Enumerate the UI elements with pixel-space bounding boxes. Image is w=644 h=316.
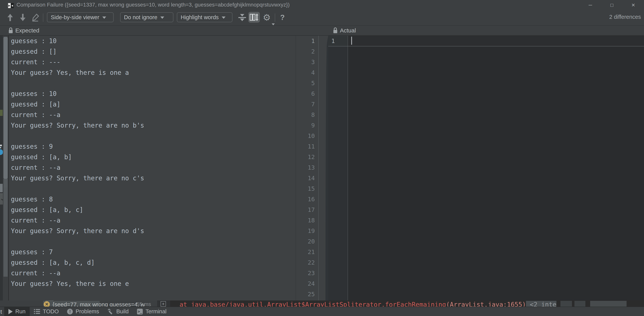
code-line: Your guess? Sorry, there are no b's (9, 120, 296, 131)
background-fragment-chevron: ⌄ (0, 193, 3, 205)
close-button[interactable]: ✕ (622, 0, 644, 9)
line-number: 10 (296, 131, 318, 141)
help-button[interactable]: ? (278, 9, 288, 26)
background-run-panel-row: ✕ {seed=77, max wrong guesses=4, w 55 ms… (0, 300, 644, 306)
expected-line-number-gutter: 1234567891011121314151617181920212223242… (296, 36, 319, 300)
line-number: 5 (296, 78, 318, 88)
line-number: 9 (296, 120, 318, 131)
code-line: guessed : [a, b] (9, 152, 296, 162)
background-fragment (0, 184, 3, 192)
viewer-mode-label: Side-by-side viewer (51, 14, 99, 21)
highlight-mode-dropdown[interactable]: Highlight words (177, 12, 232, 22)
toolwindow-tab-todo[interactable]: TODO (30, 307, 63, 316)
test-failed-icon: ✕ (44, 301, 50, 306)
diff-toolbar: Side-by-side viewer Do not ignore Highli… (0, 9, 644, 26)
help-icon: ? (280, 14, 284, 22)
line-number: 22 (296, 257, 318, 268)
actual-current-line (348, 36, 644, 46)
previous-difference-button[interactable] (6, 9, 14, 26)
line-number: 24 (296, 278, 318, 289)
whitespace-policy-dropdown[interactable]: Do not ignore (120, 12, 174, 22)
line-number: 14 (296, 173, 318, 184)
background-fragment (0, 145, 2, 146)
toolbar-separator (275, 14, 275, 22)
tab-label: Run (15, 308, 26, 315)
settings-button[interactable]: ⚙ (261, 9, 272, 26)
background-fragment (560, 301, 572, 306)
diff-window-icon (8, 3, 14, 8)
line-number: 19 (296, 226, 318, 236)
code-line: current : --a (9, 110, 296, 120)
actual-editor[interactable] (348, 36, 644, 300)
toolwindow-tab-build[interactable]: Build (103, 307, 133, 316)
code-line (9, 78, 296, 88)
toolwindow-tab-terminal[interactable]: >_ Terminal (133, 307, 171, 316)
synchronize-scrolling-button[interactable] (248, 12, 260, 23)
console-output: at java.base/java.util.ArrayList$ArrayLi… (170, 300, 644, 306)
toolwindow-tab-problems[interactable]: ! Problems (63, 307, 103, 316)
toolbar-separator (43, 14, 43, 22)
code-line (9, 184, 296, 194)
differences-count: 2 differences (609, 14, 641, 20)
actual-pane-title: Actual (340, 27, 356, 34)
folded-lines-hint[interactable]: <2 inte (526, 301, 556, 306)
toolwindow-tab-run[interactable]: Run (4, 307, 30, 316)
expected-pane-title: Expected (15, 27, 39, 34)
collapse-unchanged-icon (238, 14, 246, 21)
window-controls: — ☐ ✕ (580, 0, 644, 9)
code-line: guesses : 7 (9, 247, 296, 257)
statusbar-git-fragment: t (0, 308, 2, 315)
expected-pane-header: Expected (8, 26, 39, 35)
scrollbar-thumb[interactable] (4, 37, 8, 179)
line-number: 16 (296, 194, 318, 205)
title-bar[interactable]: Comparison Failure ({seed=1337, max wron… (0, 0, 644, 9)
code-line: Your guess? Yes, there is one a (9, 67, 296, 78)
line-number: 1 (296, 36, 318, 46)
viewer-mode-dropdown[interactable]: Side-by-side viewer (47, 12, 114, 22)
background-ide-edge-strip: ⌄ (0, 36, 3, 300)
background-fragment (0, 110, 3, 116)
line-number: 13 (296, 162, 318, 173)
run-icon (8, 309, 13, 314)
stack-trace-text: at java.base/java.util.ArrayList$ArrayLi… (180, 301, 446, 306)
build-hammer-icon (108, 308, 114, 315)
diff-split-divider[interactable] (319, 36, 328, 300)
tab-label: Problems (76, 308, 99, 315)
edit-source-button[interactable] (31, 9, 40, 26)
code-line (9, 131, 296, 141)
code-line: guessed : [a] (9, 99, 296, 110)
expand-icon[interactable]: + (160, 301, 166, 306)
expected-code-lines: guesses : 10guessed : []current : ---You… (9, 36, 296, 299)
line-number: 18 (296, 215, 318, 226)
code-line: Your guess? Yes, there is one e (9, 278, 296, 289)
expected-line-numbers: 1234567891011121314151617181920212223242… (296, 36, 318, 299)
line-number: 21 (296, 247, 318, 257)
scrollbar-mark (4, 187, 8, 277)
up-arrow-icon (7, 14, 14, 22)
deleted-block-marker-line (328, 46, 644, 46)
code-line: guessed : [] (9, 46, 296, 57)
next-difference-button[interactable] (18, 9, 27, 26)
code-line: Your guess? Sorry, there are no c's (9, 173, 296, 184)
background-fragment (574, 301, 585, 306)
chevron-down-icon (102, 17, 106, 19)
text-caret (351, 37, 352, 45)
line-number: 25 (296, 289, 318, 299)
line-number: 20 (296, 236, 318, 247)
expected-editor[interactable]: guesses : 10guessed : []current : ---You… (9, 36, 296, 300)
line-number: 15 (296, 184, 318, 194)
diff-connector-shape (319, 36, 328, 300)
code-line (9, 236, 296, 247)
test-item-label[interactable]: {seed=77, max wrong guesses=4, w (52, 301, 145, 306)
gear-icon: ⚙ (263, 13, 270, 22)
stack-trace-link[interactable]: (ArrayList.java:1655) (446, 301, 526, 306)
expected-scrollbar[interactable] (3, 36, 8, 300)
actual-line-number: 1 (328, 36, 348, 46)
collapse-unchanged-button[interactable] (237, 9, 247, 26)
line-number: 2 (296, 46, 318, 57)
maximize-button[interactable]: ☐ (601, 0, 622, 9)
minimize-button[interactable]: — (580, 0, 601, 9)
stack-trace-line: at java.base/java.util.ArrayList$ArrayLi… (180, 301, 556, 306)
line-number: 8 (296, 110, 318, 120)
problems-icon: ! (67, 309, 73, 314)
